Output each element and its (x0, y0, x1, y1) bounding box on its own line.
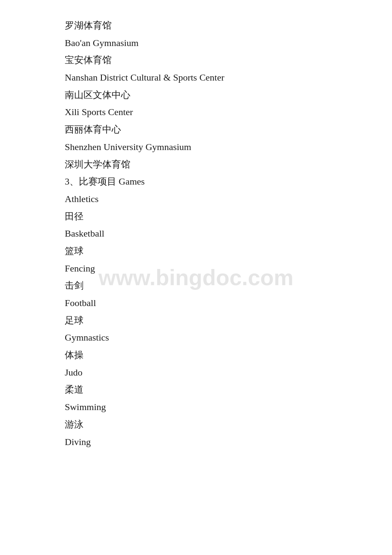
list-item: 深圳大学体育馆 (65, 156, 327, 173)
list-item: 游泳 (65, 416, 327, 434)
list-item: Xili Sports Center (65, 104, 327, 121)
list-item: Diving (65, 434, 327, 451)
list-item: Football (65, 295, 327, 312)
list-item: 柔道 (65, 381, 327, 399)
content-list: 罗湖体育馆 Bao'an Gymnasium 宝安体育馆 Nanshan Dis… (65, 17, 327, 451)
list-item: 罗湖体育馆 (65, 17, 327, 35)
list-item: Nanshan District Cultural & Sports Cente… (65, 69, 327, 87)
list-item: 田径 (65, 208, 327, 225)
list-item: Bao'an Gymnasium (65, 35, 327, 52)
list-item: 体操 (65, 347, 327, 364)
section-header: 3、比赛项目 Games (65, 173, 327, 191)
list-item: 足球 (65, 312, 327, 330)
gymnastics-item: Gymnastics (65, 329, 327, 347)
list-item: 南山区文体中心 (65, 87, 327, 104)
list-item: Shenzhen University Gymnasium (65, 139, 327, 156)
list-item: 西丽体育中心 (65, 121, 327, 139)
list-item: Athletics (65, 191, 327, 208)
list-item: Basketball (65, 225, 327, 243)
list-item: Swimming (65, 399, 327, 416)
list-item: 篮球 (65, 243, 327, 260)
list-item: 击剑 (65, 277, 327, 295)
list-item: Judo (65, 364, 327, 382)
list-item: 宝安体育馆 (65, 52, 327, 69)
list-item: Fencing (65, 260, 327, 278)
